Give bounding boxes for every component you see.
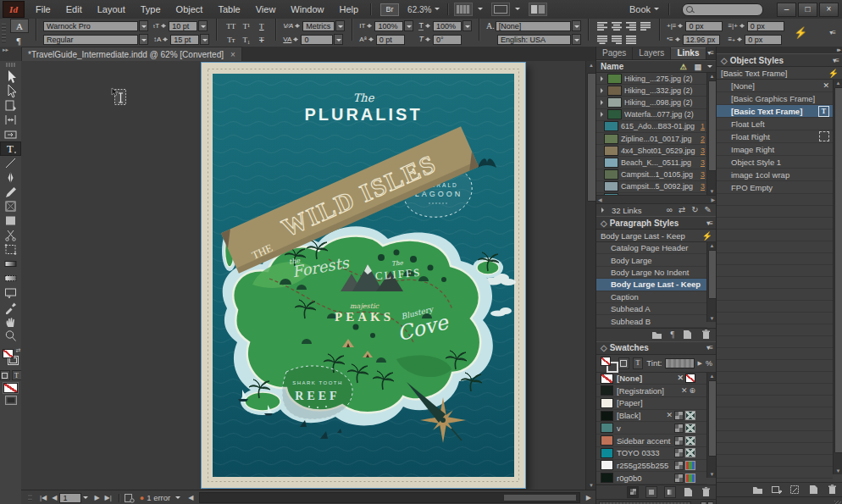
vertical-scale-dropdown[interactable] [404, 20, 413, 31]
paragraph-styles-menu-icon[interactable]: ▾≡ [706, 219, 712, 227]
link-page-number[interactable]: 3 [701, 158, 705, 167]
show-all-swatches-button[interactable] [627, 486, 639, 498]
link-row[interactable]: 615_Ado...B83-01.jpg1 [596, 121, 707, 133]
object-style-item[interactable]: Object Style 1 [717, 156, 833, 169]
object-styles-scrollbar[interactable]: ▲ ▼ [833, 80, 842, 474]
minimize-button[interactable]: – [777, 3, 796, 17]
space-after-stepper[interactable] [736, 34, 744, 45]
gap-tool[interactable] [0, 113, 21, 127]
link-page-number[interactable]: 3 [701, 170, 705, 179]
document-tab[interactable]: *TravelGuide_Intermediate.indd @ 62% [Co… [21, 47, 242, 61]
language-dropdown[interactable] [572, 34, 581, 45]
collapse-panels-icon[interactable]: ▸▸ [837, 47, 839, 53]
apply-to-text-button[interactable]: T [633, 357, 644, 369]
vertical-scale-field[interactable]: 100% [374, 21, 403, 31]
document-horizontal-scrollbar[interactable] [199, 492, 579, 503]
formatting-affects-text-button[interactable]: T [12, 370, 22, 380]
search-field[interactable] [682, 3, 763, 16]
kerning-field[interactable]: Metrics [302, 21, 335, 31]
menu-help[interactable]: Help [331, 1, 366, 19]
search-input[interactable] [695, 4, 753, 14]
swatch-row[interactable]: [Registration] ✕⊕ [596, 385, 707, 397]
apply-to-container-button[interactable] [618, 357, 629, 369]
object-style-item[interactable]: FPO Empty [717, 181, 833, 194]
paragraph-style-item[interactable]: Body Large [596, 254, 707, 266]
pencil-tool[interactable] [0, 185, 21, 199]
panel-resize-grip[interactable] [834, 501, 841, 504]
show-gradient-swatches-button[interactable] [664, 486, 676, 498]
character-formatting-button[interactable]: A [10, 19, 29, 33]
link-row[interactable]: Hiking_...332.jpg (2) [596, 85, 707, 97]
expand-icon[interactable] [601, 112, 606, 117]
menu-object[interactable]: Object [169, 1, 211, 19]
font-size-field[interactable]: 10 pt [169, 21, 197, 31]
left-indent-field[interactable]: 0 px [685, 21, 723, 31]
panel-grip[interactable] [2, 22, 6, 43]
style-group-folder-icon[interactable] [651, 330, 662, 340]
right-indent-stepper[interactable] [739, 20, 746, 31]
link-page-number[interactable]: 1 [701, 122, 705, 130]
view-options-dropdown[interactable] [452, 3, 483, 16]
scroll-right-button[interactable]: ▶ [584, 494, 594, 501]
justify-left-button[interactable] [639, 20, 652, 31]
expand-icon[interactable] [601, 76, 606, 81]
menu-file[interactable]: File [28, 1, 58, 19]
menu-type[interactable]: Type [133, 1, 169, 19]
menu-layout[interactable]: Layout [90, 1, 133, 19]
horizontal-scale-field[interactable]: 100% [433, 21, 462, 31]
paragraph-style-item[interactable]: Catalog Page Header [596, 242, 707, 254]
menu-edit[interactable]: Edit [58, 1, 90, 19]
object-style-item[interactable]: Float Left [717, 118, 833, 130]
zoom-level-dropdown[interactable]: 62.3% [404, 5, 443, 14]
paragraph-style-item[interactable]: Caption [596, 291, 707, 303]
language-field[interactable]: English: USA [497, 35, 571, 45]
underline-button[interactable]: T [254, 20, 269, 31]
horizontal-scale-stepper[interactable] [424, 20, 432, 31]
paragraph-style-item-selected[interactable]: Body Large Last - Keep [596, 279, 707, 291]
object-style-item[interactable]: [None]✕ [717, 80, 833, 92]
link-row[interactable]: Snorkel...3_0039.jpg3 [596, 193, 707, 195]
font-style-field[interactable]: Regular [43, 35, 138, 45]
link-page-number[interactable]: 3 [701, 194, 705, 195]
swatch-row[interactable]: r0g0b0 [596, 472, 707, 485]
relink-icon[interactable]: ⇄ [679, 206, 685, 214]
link-page-number[interactable]: 2 [701, 135, 705, 143]
link-row[interactable]: Beach_K..._0511.jpg3 [596, 157, 707, 169]
update-link-icon[interactable]: ↻ [691, 206, 698, 214]
paragraph-styles-header[interactable]: ◇Paragraph Styles ▾≡ [596, 216, 717, 230]
warning-icon[interactable]: ⚠ [679, 63, 686, 71]
space-after-field[interactable]: 0 px [745, 35, 782, 45]
document-close-icon[interactable]: × [230, 50, 235, 59]
previous-page-button[interactable]: ◀ [49, 494, 59, 501]
fill-color-chip[interactable] [3, 349, 14, 358]
vertical-scale-stepper[interactable] [366, 20, 374, 31]
delete-style-icon[interactable] [827, 485, 838, 495]
workspace-switcher[interactable]: Book [629, 4, 659, 14]
create-new-style-icon[interactable] [682, 330, 693, 340]
rectangle-frame-tool[interactable] [0, 199, 21, 213]
tab-layers[interactable]: Layers [633, 47, 671, 59]
delete-swatch-icon[interactable] [701, 487, 712, 497]
justify-right-button[interactable] [610, 34, 623, 45]
link-chain-icon[interactable]: ∞ [667, 206, 673, 214]
arrange-documents-dropdown[interactable] [527, 3, 549, 16]
leading-stepper[interactable] [162, 34, 169, 45]
leading-field[interactable]: 15 pt [170, 35, 199, 45]
type-tool[interactable]: T [0, 141, 21, 156]
line-tool[interactable] [0, 156, 21, 170]
swatch-row[interactable]: r255g255b255 [596, 460, 707, 473]
formatting-affects-container-button[interactable] [0, 370, 10, 380]
preflight-status[interactable]: 1 error [147, 493, 170, 502]
font-style-dropdown[interactable] [139, 34, 148, 45]
document-page[interactable]: The PLURALIST [202, 63, 525, 488]
preflight-menu-dropdown[interactable] [175, 496, 180, 501]
superscript-button[interactable]: T¹ [239, 20, 253, 31]
document-viewport[interactable]: The PLURALIST [21, 61, 595, 490]
fill-stroke-proxy[interactable] [601, 357, 615, 370]
align-center-button[interactable] [610, 20, 623, 31]
clear-overrides-icon[interactable] [771, 485, 782, 495]
page-list-dropdown[interactable] [83, 496, 88, 501]
object-style-item[interactable]: [Basic Graphics Frame] [717, 92, 833, 105]
swatch-row-selected[interactable]: [None] ✕ [596, 373, 707, 385]
character-style-field[interactable]: [None] [496, 21, 571, 31]
